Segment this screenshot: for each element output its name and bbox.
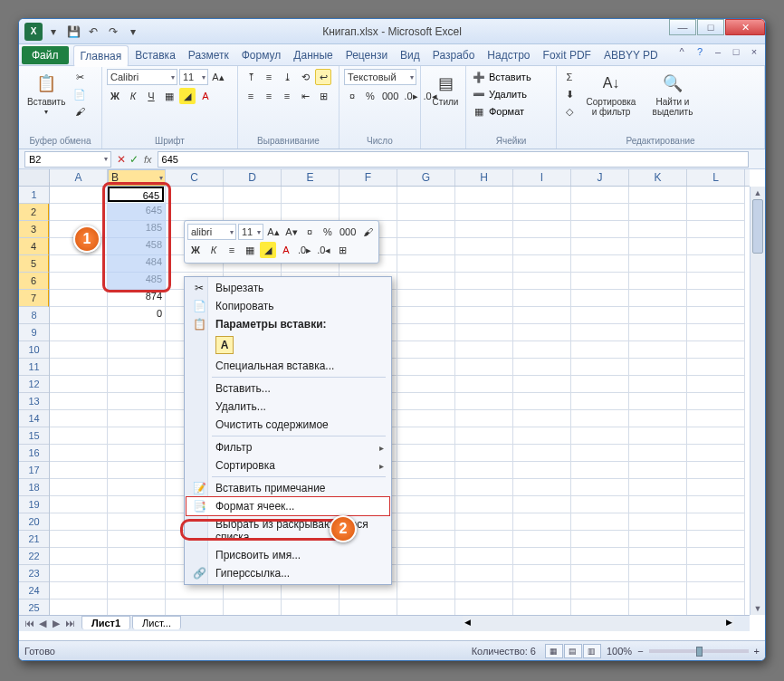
col-header-H[interactable]: H — [455, 169, 513, 186]
scroll-down-icon[interactable]: ▼ — [751, 602, 765, 615]
tab-insert[interactable]: Вставка — [129, 45, 182, 65]
cell-K9[interactable] — [629, 324, 687, 341]
cell-G22[interactable] — [397, 548, 455, 565]
col-header-E[interactable]: E — [282, 169, 339, 186]
tab-abbyy[interactable]: ABBYY PD — [598, 45, 664, 65]
col-header-L[interactable]: L — [687, 169, 745, 186]
cell-I23[interactable] — [513, 565, 571, 582]
cell-J10[interactable] — [571, 341, 629, 359]
row-header-10[interactable]: 10 — [19, 341, 49, 359]
zoom-in-icon[interactable]: + — [754, 646, 760, 657]
redo-icon[interactable]: ↷ — [104, 23, 122, 41]
cells-format-label[interactable]: Формат — [489, 106, 524, 117]
zoom-level[interactable]: 100% — [607, 646, 632, 657]
cell-E1[interactable] — [282, 187, 339, 204]
cell-H22[interactable] — [455, 548, 513, 565]
fill-color-icon[interactable]: ◢ — [179, 88, 196, 104]
cells-insert-icon[interactable]: ➕ — [471, 69, 487, 85]
cell-J12[interactable] — [571, 376, 629, 393]
name-box[interactable]: B2 — [24, 151, 111, 168]
cell-I17[interactable] — [513, 462, 571, 479]
cell-B6[interactable]: 485 — [108, 273, 166, 290]
sheet-nav-last-icon[interactable]: ⏭ — [63, 618, 76, 629]
cells-format-icon[interactable]: ▦ — [471, 103, 487, 120]
mini-decdec-icon[interactable]: .0◂ — [315, 242, 332, 258]
cell-J21[interactable] — [571, 531, 629, 548]
cell-I20[interactable] — [513, 513, 571, 531]
cell-B20[interactable] — [108, 513, 166, 531]
cell-B4[interactable]: 458 — [108, 238, 166, 255]
cell-A24[interactable] — [50, 582, 108, 599]
cell-I21[interactable] — [513, 531, 571, 548]
cell-H4[interactable] — [455, 238, 513, 255]
doc-minimize-icon[interactable]: – — [711, 46, 725, 57]
zoom-slider[interactable] — [649, 649, 749, 653]
row-header-14[interactable]: 14 — [19, 410, 49, 427]
cell-K2[interactable] — [629, 204, 687, 221]
enter-formula-icon[interactable]: ✓ — [129, 153, 139, 166]
cell-G20[interactable] — [397, 513, 455, 531]
col-header-F[interactable]: F — [339, 169, 397, 186]
cell-J3[interactable] — [571, 221, 629, 238]
cell-C1[interactable] — [166, 187, 224, 204]
cell-A19[interactable] — [50, 496, 108, 513]
cell-H5[interactable] — [455, 255, 513, 273]
cell-F1[interactable] — [339, 187, 397, 204]
cell-I5[interactable] — [513, 255, 571, 273]
cell-J6[interactable] — [571, 273, 629, 290]
cell-J7[interactable] — [571, 290, 629, 307]
cell-G8[interactable] — [397, 307, 455, 324]
cell-A13[interactable] — [50, 393, 108, 410]
cell-G9[interactable] — [397, 324, 455, 341]
row-header-23[interactable]: 23 — [19, 565, 49, 582]
cell-L18[interactable] — [687, 479, 745, 496]
doc-close-icon[interactable]: × — [747, 46, 761, 57]
cell-J24[interactable] — [571, 582, 629, 599]
sheet-tab-1[interactable]: Лист1 — [81, 616, 130, 629]
ctx-вырезать[interactable]: ✂Вырезать — [186, 279, 389, 297]
col-header-A[interactable]: A — [50, 169, 108, 186]
cell-L5[interactable] — [687, 255, 745, 273]
scroll-up-icon[interactable]: ▲ — [751, 187, 765, 199]
italic-button[interactable]: К — [125, 88, 141, 104]
cell-B22[interactable] — [108, 548, 166, 565]
cell-L20[interactable] — [687, 513, 745, 531]
mini-grow-font-icon[interactable]: A▴ — [265, 224, 282, 240]
cell-B9[interactable] — [108, 324, 166, 341]
cell-K11[interactable] — [629, 359, 687, 376]
cell-H24[interactable] — [455, 582, 513, 599]
align-bottom-icon[interactable]: ⤓ — [279, 69, 295, 85]
maximize-button[interactable]: □ — [697, 19, 724, 35]
active-cell[interactable]: 645 — [108, 187, 164, 202]
row-header-20[interactable]: 20 — [19, 513, 49, 531]
qat-more-icon[interactable]: ▾ — [124, 23, 142, 41]
sort-filter-button[interactable]: A↓ Сортировка и фильтр — [580, 69, 642, 119]
worksheet-grid[interactable]: ABCDEFGHIJKL 123456789101112131415161718… — [19, 169, 765, 631]
paste-button[interactable]: 📋 Вставить ▾ — [24, 69, 69, 118]
ctx-параметры-вставки-[interactable]: 📋Параметры вставки: — [186, 315, 389, 333]
align-center-icon[interactable]: ≡ — [261, 88, 277, 104]
cell-G1[interactable] — [397, 187, 455, 204]
ctx-копировать[interactable]: 📄Копировать — [186, 297, 389, 315]
cell-H11[interactable] — [455, 359, 513, 376]
row-header-19[interactable]: 19 — [19, 496, 49, 513]
cell-C2[interactable] — [166, 204, 224, 221]
cell-L24[interactable] — [687, 582, 745, 599]
cell-B16[interactable] — [108, 445, 166, 462]
row-header-3[interactable]: 3 — [19, 221, 49, 238]
mini-size-select[interactable]: 11 — [238, 224, 263, 240]
cell-J5[interactable] — [571, 255, 629, 273]
styles-button[interactable]: ▤ Стили — [425, 69, 465, 109]
view-normal-icon[interactable]: ▦ — [545, 644, 563, 658]
cell-K23[interactable] — [629, 565, 687, 582]
cell-J23[interactable] — [571, 565, 629, 582]
cell-G2[interactable] — [397, 204, 455, 221]
cell-B24[interactable] — [108, 582, 166, 599]
fx-icon[interactable]: fx — [144, 154, 152, 165]
save-icon[interactable]: 💾 — [64, 23, 82, 41]
cell-K3[interactable] — [629, 221, 687, 238]
cell-K12[interactable] — [629, 376, 687, 393]
cell-H21[interactable] — [455, 531, 513, 548]
cell-L23[interactable] — [687, 565, 745, 582]
cell-J11[interactable] — [571, 359, 629, 376]
